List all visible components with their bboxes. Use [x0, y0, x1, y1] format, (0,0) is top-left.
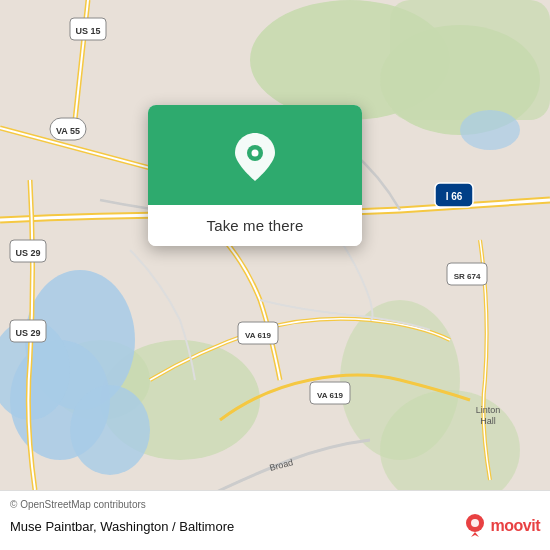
svg-text:VA 619: VA 619: [317, 391, 343, 400]
svg-text:Hall: Hall: [480, 416, 496, 426]
location-line: Muse Paintbar, Washington / Baltimore mo…: [10, 512, 540, 540]
svg-text:Linton: Linton: [476, 405, 501, 415]
svg-point-39: [471, 519, 479, 527]
svg-text:US 29: US 29: [15, 248, 40, 258]
svg-text:VA 619: VA 619: [245, 331, 271, 340]
svg-text:US 29: US 29: [15, 328, 40, 338]
map-container: US 15 VA 55 US 29 US 29 I 66 VA 619 VA 6…: [0, 0, 550, 550]
svg-text:VA 55: VA 55: [56, 126, 80, 136]
location-pin-icon: [233, 135, 277, 179]
copyright-text: © OpenStreetMap contributors: [10, 499, 540, 510]
popup-header: [148, 105, 362, 205]
take-me-there-button[interactable]: Take me there: [148, 205, 362, 246]
svg-point-37: [252, 150, 259, 157]
popup-card: Take me there: [148, 105, 362, 246]
svg-text:I 66: I 66: [446, 191, 463, 202]
svg-point-10: [70, 385, 150, 475]
svg-point-12: [460, 110, 520, 150]
svg-text:US 15: US 15: [75, 26, 100, 36]
moovit-text: moovit: [491, 517, 540, 535]
moovit-icon: [461, 512, 489, 540]
svg-rect-3: [390, 0, 550, 120]
bottom-bar: © OpenStreetMap contributors Muse Paintb…: [0, 490, 550, 550]
map-background: US 15 VA 55 US 29 US 29 I 66 VA 619 VA 6…: [0, 0, 550, 550]
moovit-logo[interactable]: moovit: [461, 512, 540, 540]
location-name: Muse Paintbar, Washington / Baltimore: [10, 519, 234, 534]
svg-text:SR 674: SR 674: [454, 272, 481, 281]
